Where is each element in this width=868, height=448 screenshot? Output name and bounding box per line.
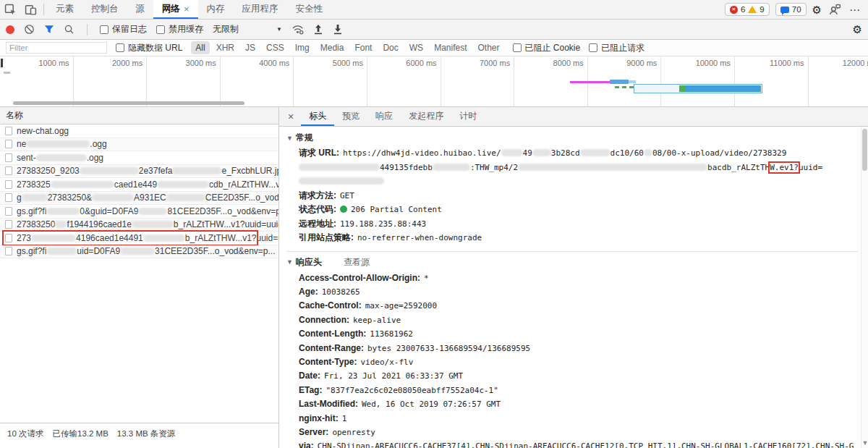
hide-data-urls-checkbox[interactable] [116,43,124,52]
network-conditions-icon[interactable] [292,24,304,35]
clear-network-log-icon[interactable] [24,24,35,35]
response-header-row: Content-Range:bytes 23007633-136689594/1… [299,342,858,355]
header-value: keep-alive [353,316,401,325]
blocked-cookies-checkbox[interactable] [513,43,522,52]
disable-cache-checkbox[interactable] [156,25,165,34]
request-row[interactable]: 2738325caed1e449cdb_rALZtTHW...v1?uuid=u… [0,178,278,192]
request-text-segment: gs.gif?fi [17,246,46,256]
main-tab-安全性[interactable]: 安全性 [287,0,332,19]
response-headers-title: 响应头 [296,256,322,269]
main-tab-源[interactable]: 源 [127,0,154,19]
type-pill-Img[interactable]: Img [291,41,314,54]
main-tab-控制台[interactable]: 控制台 [82,0,127,19]
response-headers-header[interactable]: ▼ 响应头 查看源 [286,255,858,269]
details-tab-预览[interactable]: 预览 [334,107,367,126]
network-filter-bar: 隐藏数据 URL AllXHRJSCSSImgMediaFontDocWSMan… [0,40,868,56]
header-value: openresty [332,428,375,437]
throttling-select[interactable]: 无限制 ▼ [213,23,282,35]
general-section-title: 常规 [296,132,313,144]
file-icon [5,127,12,135]
file-icon [5,234,12,242]
import-har-icon[interactable] [313,24,323,35]
details-tab-响应[interactable]: 响应 [367,107,401,126]
scrollbar-thumb[interactable] [862,129,867,171]
type-pill-Doc[interactable]: Doc [378,41,402,54]
header-name: Content-Length: [299,329,366,339]
request-row[interactable]: 27383250_92032e37fefae_FxcbhLUR.jpg [0,165,278,179]
view-source-link[interactable]: 查看源 [344,256,370,269]
request-row[interactable]: g27383250&A931ECCEE2D35F...o_vod&env=p..… [0,192,278,206]
close-details-icon[interactable]: × [279,107,301,126]
network-main-split: 名称 new-chat.oggne.oggsent-.ogg27383250_9… [0,107,868,448]
issues-badge[interactable]: 70 [775,3,807,16]
filter-input[interactable] [6,42,107,54]
type-pill-Manifest[interactable]: Manifest [430,41,471,54]
url-text-segment: :THW_mp4/2 [470,163,518,172]
type-pill-Media[interactable]: Media [316,41,349,54]
record-network-log-icon[interactable] [6,25,14,34]
file-icon [5,220,12,229]
more-options-icon[interactable]: ⋯ [848,4,862,15]
request-row[interactable]: 27383250f1944196caed1eb_rALZtTHW...v1?uu… [0,219,278,232]
timeline-tick-column: 11000 ms [735,56,809,106]
request-row[interactable]: sent-.ogg [0,151,278,165]
header-value: 1 [342,414,347,423]
general-section-header[interactable]: ▼ 常规 [286,131,858,145]
filter-icon[interactable] [44,25,54,34]
request-row[interactable]: ne.ogg [0,138,278,152]
timeline-tick-column: 1000 ms [0,56,74,106]
name-column-header[interactable]: 名称 [0,107,278,124]
details-tab-发起程序[interactable]: 发起程序 [401,107,451,126]
inspect-element-icon[interactable] [0,0,20,19]
request-row[interactable]: gs.gif?fi0&guid=D0FA981CEE2D35F...o_vod&… [0,205,278,219]
file-icon [5,193,12,202]
type-pill-XHR[interactable]: XHR [212,41,239,54]
devtools-window: 元素控制台源网络×内存应用程序安全性 × 6 9 70 ⚙ ⋯ [0,0,868,448]
network-settings-gear-icon[interactable]: ⚙ [853,24,862,35]
request-row[interactable]: new-chat.ogg [0,124,278,138]
details-tab-标头[interactable]: 标头 [301,107,334,126]
header-name: ETag: [299,385,322,395]
main-tab-label: 元素 [56,3,74,15]
request-row[interactable]: 2734196caed1e4491b_rALZtTHW...v1?uuid=uu… [0,232,278,245]
header-name: Access-Control-Allow-Origin: [299,273,420,283]
general-field-row: 状态代码:206 Partial Content [299,203,858,217]
details-tab-计时[interactable]: 计时 [451,107,485,126]
preserve-log-checkbox[interactable] [100,25,109,34]
settings-gear-icon[interactable]: ⚙ [812,4,822,15]
timeline-tick-column: 6000 ms [367,56,441,106]
export-har-icon[interactable] [333,24,343,35]
type-pill-Font[interactable]: Font [350,41,376,54]
request-name: 2734196caed1e4491b_rALZtTHW...v1?uuid=uu… [17,233,278,243]
url-text-segment: dc10/60 [610,148,644,158]
main-tab-应用程序[interactable]: 应用程序 [234,0,287,19]
network-overview-timeline[interactable]: 1000 ms2000 ms3000 ms4000 ms5000 ms6000 … [0,56,868,107]
waterfall-bar-blue-tail [629,80,636,83]
blocked-requests-checkbox[interactable] [589,43,597,52]
main-tab-label: 安全性 [296,3,323,15]
type-pill-JS[interactable]: JS [241,41,260,54]
errors-warnings-badge[interactable]: × 6 9 [725,3,770,16]
people-feedback-icon[interactable] [827,0,842,19]
main-tab-网络[interactable]: 网络× [153,0,198,19]
field-value: 206 Partial Content [351,205,442,214]
main-tab-内存[interactable]: 内存 [198,0,234,19]
waterfall-green-segment [679,85,686,92]
request-name: g27383250&A931ECCEE2D35F...o_vod&env=p..… [17,193,278,203]
timeline-tick-label: 8000 ms [553,59,584,67]
type-pill-CSS[interactable]: CSS [262,41,289,54]
overview-hscrollbar-thumb[interactable] [13,101,244,105]
type-pill-WS[interactable]: WS [405,41,427,54]
request-row[interactable]: gs.gif?fiuid=D0FA931CEE2D35F...o_vod&env… [0,245,278,259]
main-tab-元素[interactable]: 元素 [47,0,82,19]
url-redacted-blur [299,177,384,185]
close-tab-icon[interactable]: × [184,4,190,14]
toolbar-divider [43,4,44,15]
device-toolbar-icon[interactable] [20,0,41,19]
request-details-panel: × 标头预览响应发起程序计时 ▼ 常规 请求 URL:https://dhw4j… [279,107,868,448]
details-vertical-scrollbar[interactable]: ▼ [861,127,868,448]
type-pill-Other[interactable]: Other [474,41,504,54]
search-icon[interactable] [64,24,75,35]
scrollbar-down-arrow-icon[interactable]: ▼ [861,439,868,447]
type-pill-All[interactable]: All [191,41,209,54]
